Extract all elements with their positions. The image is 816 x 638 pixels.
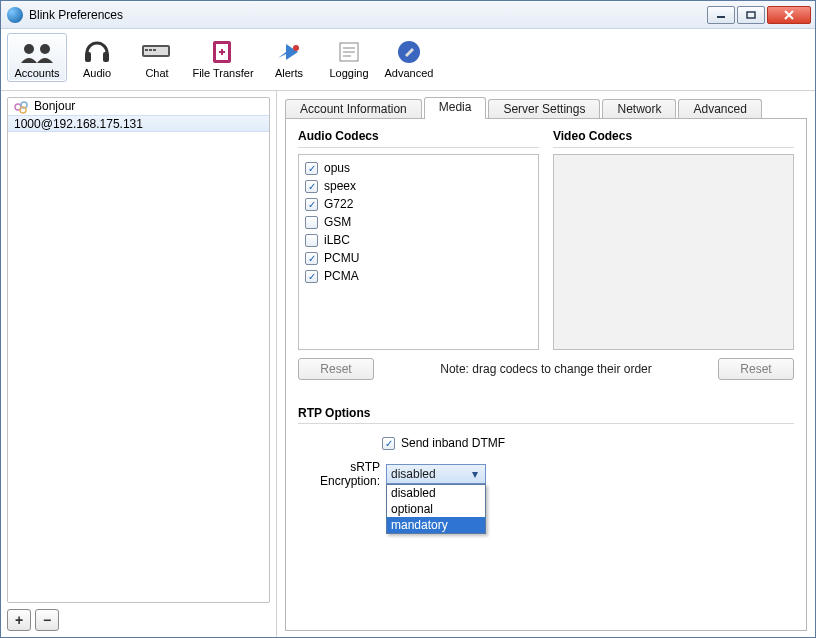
rtp-inband-row: ✓ Send inband DTMF bbox=[382, 436, 794, 450]
accounts-icon bbox=[10, 37, 64, 67]
minimize-icon bbox=[716, 11, 726, 19]
account-bonjour[interactable]: Bonjour bbox=[8, 98, 269, 115]
srtp-dropdown: disabled optional mandatory bbox=[386, 484, 486, 534]
remove-account-button[interactable]: − bbox=[35, 609, 59, 631]
toolbar-label: Audio bbox=[70, 67, 124, 79]
filetransfer-icon bbox=[190, 37, 256, 67]
srtp-value: disabled bbox=[391, 467, 436, 481]
inband-dtmf-label: Send inband DTMF bbox=[401, 436, 505, 450]
video-codecs-title: Video Codecs bbox=[553, 129, 794, 143]
codec-label: G722 bbox=[324, 197, 353, 211]
toolbar-filetransfer[interactable]: File Transfer bbox=[187, 33, 259, 82]
video-codecs-section: Video Codecs bbox=[553, 129, 794, 350]
tab-media[interactable]: Media bbox=[424, 97, 487, 119]
toolbar-label: Chat bbox=[130, 67, 184, 79]
tab-account-information[interactable]: Account Information bbox=[285, 99, 422, 119]
checkbox-icon[interactable]: ✓ bbox=[305, 180, 318, 193]
tab-panel-media: Audio Codecs ✓opus ✓speex ✓G722 ✓GSM ✓iL… bbox=[285, 118, 807, 631]
toolbar-audio[interactable]: Audio bbox=[67, 33, 127, 82]
reset-audio-button[interactable]: Reset bbox=[298, 358, 374, 380]
checkbox-icon[interactable]: ✓ bbox=[305, 252, 318, 265]
svg-point-2 bbox=[24, 44, 34, 54]
checkbox-icon[interactable]: ✓ bbox=[305, 234, 318, 247]
audio-codecs-list[interactable]: ✓opus ✓speex ✓G722 ✓GSM ✓iLBC ✓PCMU ✓PCM… bbox=[298, 154, 539, 350]
toolbar: Accounts Audio Chat File Transfer Alerts… bbox=[1, 29, 815, 91]
account-sip[interactable]: 1000@192.168.175.131 bbox=[8, 115, 269, 132]
plus-icon: + bbox=[15, 612, 23, 628]
codec-opus[interactable]: ✓opus bbox=[305, 159, 532, 177]
toolbar-label: Accounts bbox=[10, 67, 64, 79]
checkbox-icon[interactable]: ✓ bbox=[305, 216, 318, 229]
codec-label: GSM bbox=[324, 215, 351, 229]
body: Bonjour 1000@192.168.175.131 + − Account… bbox=[1, 91, 815, 637]
rtp-srtp-row: sRTP Encryption: disabled ▾ disabled opt… bbox=[298, 460, 794, 488]
app-icon bbox=[7, 7, 23, 23]
audio-codecs-section: Audio Codecs ✓opus ✓speex ✓G722 ✓GSM ✓iL… bbox=[298, 129, 539, 350]
sidebar-buttons: + − bbox=[7, 609, 270, 631]
drag-note: Note: drag codecs to change their order bbox=[374, 362, 718, 376]
svg-rect-5 bbox=[103, 52, 109, 62]
codec-label: speex bbox=[324, 179, 356, 193]
checkbox-icon[interactable]: ✓ bbox=[305, 270, 318, 283]
toolbar-accounts[interactable]: Accounts bbox=[7, 33, 67, 82]
audio-codecs-title: Audio Codecs bbox=[298, 129, 539, 143]
svg-rect-10 bbox=[153, 49, 156, 51]
codec-ilbc[interactable]: ✓iLBC bbox=[305, 231, 532, 249]
bonjour-icon bbox=[14, 100, 28, 114]
svg-rect-8 bbox=[145, 49, 148, 51]
reset-row: Reset Note: drag codecs to change their … bbox=[298, 358, 794, 380]
inband-dtmf-checkbox[interactable]: ✓ bbox=[382, 437, 395, 450]
minus-icon: − bbox=[43, 612, 51, 628]
svg-rect-0 bbox=[717, 16, 725, 18]
srtp-combo[interactable]: disabled ▾ bbox=[386, 464, 486, 484]
codec-speex[interactable]: ✓speex bbox=[305, 177, 532, 195]
rtp-options-title: RTP Options bbox=[298, 406, 794, 420]
checkbox-icon[interactable]: ✓ bbox=[305, 198, 318, 211]
toolbar-alerts[interactable]: Alerts bbox=[259, 33, 319, 82]
toolbar-chat[interactable]: Chat bbox=[127, 33, 187, 82]
minimize-button[interactable] bbox=[707, 6, 735, 24]
codec-gsm[interactable]: ✓GSM bbox=[305, 213, 532, 231]
toolbar-logging[interactable]: Logging bbox=[319, 33, 379, 82]
content: Account Information Media Server Setting… bbox=[277, 91, 815, 637]
srtp-option-mandatory[interactable]: mandatory bbox=[387, 517, 485, 533]
svg-rect-1 bbox=[747, 12, 755, 18]
tab-network[interactable]: Network bbox=[602, 99, 676, 119]
logging-icon bbox=[322, 37, 376, 67]
alerts-icon bbox=[262, 37, 316, 67]
toolbar-advanced[interactable]: Advanced bbox=[379, 33, 439, 82]
audio-icon bbox=[70, 37, 124, 67]
codec-pcma[interactable]: ✓PCMA bbox=[305, 267, 532, 285]
srtp-combo-wrap: disabled ▾ disabled optional mandatory bbox=[386, 464, 486, 484]
svg-point-3 bbox=[40, 44, 50, 54]
sidebar: Bonjour 1000@192.168.175.131 + − bbox=[1, 91, 277, 637]
add-account-button[interactable]: + bbox=[7, 609, 31, 631]
svg-rect-4 bbox=[85, 52, 91, 62]
maximize-icon bbox=[746, 11, 756, 19]
toolbar-label: Alerts bbox=[262, 67, 316, 79]
checkbox-icon[interactable]: ✓ bbox=[305, 162, 318, 175]
codec-g722[interactable]: ✓G722 bbox=[305, 195, 532, 213]
advanced-icon bbox=[382, 37, 436, 67]
titlebar: Blink Preferences bbox=[1, 1, 815, 29]
reset-video-button[interactable]: Reset bbox=[718, 358, 794, 380]
video-codecs-list[interactable] bbox=[553, 154, 794, 350]
srtp-option-optional[interactable]: optional bbox=[387, 501, 485, 517]
codec-label: opus bbox=[324, 161, 350, 175]
close-icon bbox=[783, 10, 795, 20]
toolbar-label: Advanced bbox=[382, 67, 436, 79]
codec-pcmu[interactable]: ✓PCMU bbox=[305, 249, 532, 267]
tabs: Account Information Media Server Setting… bbox=[285, 97, 807, 119]
tab-server-settings[interactable]: Server Settings bbox=[488, 99, 600, 119]
codec-label: PCMA bbox=[324, 269, 359, 283]
accounts-list[interactable]: Bonjour 1000@192.168.175.131 bbox=[7, 97, 270, 603]
chevron-down-icon: ▾ bbox=[468, 467, 482, 481]
srtp-label: sRTP Encryption: bbox=[298, 460, 380, 488]
tab-advanced[interactable]: Advanced bbox=[678, 99, 761, 119]
window-buttons bbox=[707, 6, 811, 24]
srtp-option-disabled[interactable]: disabled bbox=[387, 485, 485, 501]
toolbar-label: Logging bbox=[322, 67, 376, 79]
codec-label: iLBC bbox=[324, 233, 350, 247]
close-button[interactable] bbox=[767, 6, 811, 24]
maximize-button[interactable] bbox=[737, 6, 765, 24]
